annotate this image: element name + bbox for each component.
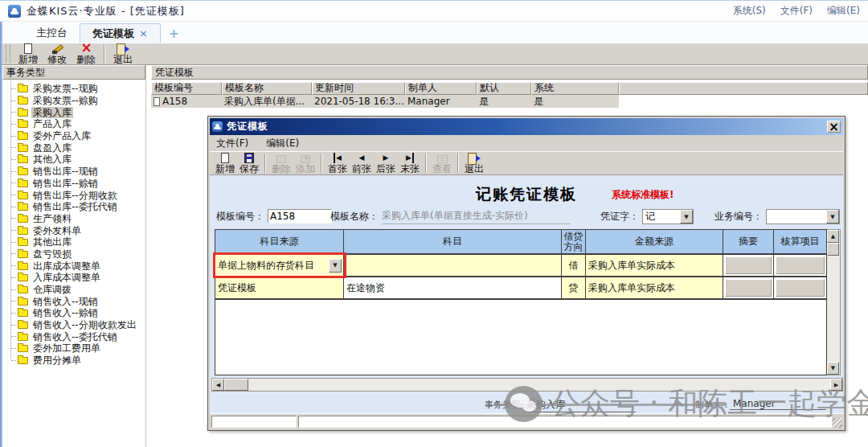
tree-item-label: 委外发料单 bbox=[31, 225, 83, 236]
tab-console[interactable]: 主控台 bbox=[24, 23, 80, 43]
tree-item[interactable]: 销售收入--分期收款发出 bbox=[2, 319, 145, 331]
tree-item[interactable]: 销售出库--赊销 bbox=[2, 178, 145, 190]
dlg-new-button[interactable]: 新增 bbox=[213, 152, 237, 174]
voucher-word-label: 凭证字： bbox=[600, 210, 639, 224]
tree-item[interactable]: 销售出库--分期收款 bbox=[2, 189, 145, 201]
exit-icon bbox=[117, 43, 129, 54]
folder-icon bbox=[18, 357, 28, 364]
save-icon bbox=[244, 153, 254, 163]
account-cell[interactable] bbox=[344, 255, 562, 276]
dialog-menu-file[interactable]: 文件(F) bbox=[213, 136, 252, 151]
template-no-input[interactable] bbox=[268, 209, 332, 224]
tree-item[interactable]: 销售出库--现销 bbox=[2, 166, 145, 178]
folder-icon bbox=[18, 322, 28, 329]
template-row[interactable]: A158采购入库单(单据...2021-05-18 16:3...Manager… bbox=[151, 95, 868, 108]
scroll-left-icon[interactable]: ◀ bbox=[212, 379, 224, 391]
toolbar-button-label: 退出 bbox=[465, 164, 484, 174]
scroll-right-icon[interactable]: ▶ bbox=[830, 379, 842, 391]
tree-item[interactable]: 产品入库 bbox=[2, 118, 145, 130]
menu-edit[interactable]: 编辑(E) bbox=[827, 4, 860, 18]
tree-item[interactable]: 费用分摊单 bbox=[2, 355, 145, 367]
grid-column-header: 核算项目 bbox=[774, 230, 826, 253]
grid-row: 单据上物料的存货科目借采购入库单实际成本 bbox=[215, 255, 826, 277]
dlg-last-button[interactable]: 末张 bbox=[398, 152, 422, 174]
horizontal-scroll-thumb[interactable] bbox=[224, 379, 248, 391]
tree-item[interactable]: 采购发票--现购 bbox=[2, 83, 145, 95]
tree-item[interactable]: 销售收入--现销 bbox=[2, 295, 145, 307]
vertical-scroll-thumb[interactable] bbox=[827, 243, 839, 256]
system-template-notice: 系统标准模板! bbox=[612, 188, 674, 202]
tree-item-label: 仓库调拨 bbox=[31, 284, 73, 295]
tree-item[interactable]: 仓库调拨 bbox=[2, 284, 145, 296]
column-header[interactable]: 模板名称 bbox=[222, 82, 312, 95]
grid-horizontal-scrollbar[interactable]: ◀ ▶ bbox=[211, 378, 843, 392]
tree-item[interactable]: 销售收入--赊销 bbox=[2, 307, 145, 319]
folder-icon bbox=[18, 97, 28, 105]
dialog-toolbar-buttons: 新增保存删除添加首张前张后张末张查看退出 bbox=[213, 152, 486, 174]
menu-system[interactable]: 系统(S) bbox=[733, 4, 766, 18]
scroll-up-icon[interactable]: ▲ bbox=[827, 230, 839, 243]
dropdown-arrow-icon[interactable] bbox=[680, 210, 693, 224]
scroll-down-icon[interactable]: ▼ bbox=[827, 362, 839, 375]
dlg-next-button[interactable]: 后张 bbox=[374, 152, 398, 174]
dropdown-arrow-icon[interactable] bbox=[826, 210, 839, 224]
dlg-exit-button[interactable]: 退出 bbox=[462, 152, 486, 174]
folder-icon bbox=[18, 203, 28, 211]
tree-item[interactable]: 入库成本调整单 bbox=[2, 272, 145, 284]
tab-label: 凭证模板 bbox=[92, 27, 134, 41]
resize-grip[interactable] bbox=[833, 418, 842, 428]
tree-item[interactable]: 其他出库 bbox=[2, 236, 145, 248]
column-header[interactable]: 默认 bbox=[477, 82, 531, 95]
exit-button[interactable]: 退出 bbox=[108, 43, 137, 64]
tree-item-label: 采购入库 bbox=[31, 107, 73, 118]
tree-item[interactable]: 生产领料 bbox=[2, 213, 145, 225]
account-source-cell[interactable]: 单据上物料的存货科目 bbox=[215, 255, 344, 276]
template-name-value: 采购入库单(单据直接生成-实际价) bbox=[382, 209, 571, 224]
tab-close-icon[interactable]: × bbox=[139, 30, 148, 38]
toolbar-button-label: 后张 bbox=[376, 164, 395, 174]
grid-vertical-scrollbar[interactable]: ▲ ▼ bbox=[827, 229, 841, 375]
tree-item[interactable]: 采购入库 bbox=[2, 106, 145, 118]
tree-item[interactable]: 出库成本调整单 bbox=[2, 260, 145, 272]
new-tab-icon[interactable] bbox=[169, 28, 179, 39]
folder-icon bbox=[18, 298, 28, 306]
dlg-prev-button[interactable]: 前张 bbox=[350, 152, 374, 174]
column-header[interactable]: 制单人 bbox=[405, 82, 477, 95]
cell-text: A158 bbox=[162, 96, 187, 107]
tree-item[interactable]: 委外加工费用单 bbox=[2, 342, 145, 355]
tree-item[interactable]: 采购发票--赊购 bbox=[2, 95, 145, 107]
folder-icon bbox=[18, 215, 28, 223]
row-add-icon bbox=[301, 155, 310, 163]
account-source-cell[interactable]: 凭证模板 bbox=[215, 277, 344, 298]
dlg-first-button[interactable]: 首张 bbox=[326, 152, 350, 174]
tree-item[interactable]: 销售收入--委托代销 bbox=[2, 330, 145, 342]
tree-item[interactable]: 销售出库--委托代销 bbox=[2, 201, 145, 213]
tree-item[interactable]: 委外发料单 bbox=[2, 224, 145, 236]
table-cell: 2021-05-18 16:3... bbox=[312, 95, 405, 108]
tree-item[interactable]: 盘亏毁损 bbox=[2, 248, 145, 260]
voucher-word-select[interactable]: 记 bbox=[642, 209, 694, 224]
toolbar-separator bbox=[457, 154, 459, 173]
column-header[interactable]: 系统 bbox=[531, 82, 619, 95]
modify-button[interactable]: 修改 bbox=[43, 43, 72, 64]
menu-file[interactable]: 文件(F) bbox=[780, 4, 813, 18]
dropdown-arrow-icon[interactable] bbox=[329, 259, 342, 273]
tree-item[interactable]: 其他入库 bbox=[2, 154, 145, 166]
column-header[interactable]: 更新时间 bbox=[312, 82, 405, 95]
dlg-save-button[interactable]: 保存 bbox=[237, 152, 261, 174]
nav-prev-icon bbox=[359, 153, 365, 163]
account-cell[interactable]: 在途物资 bbox=[344, 277, 562, 298]
business-no-select[interactable] bbox=[766, 209, 840, 224]
column-header[interactable]: 模板编号 bbox=[151, 82, 222, 95]
table-cell: 是 bbox=[531, 95, 619, 108]
new-button[interactable]: 新增 bbox=[14, 43, 43, 64]
tree-item[interactable]: 委外产品入库 bbox=[2, 130, 145, 142]
dialog-menu-edit[interactable]: 编辑(E) bbox=[263, 136, 302, 151]
dialog-menu: 文件(F)编辑(E) bbox=[210, 135, 843, 151]
tree-item[interactable]: 盘盈入库 bbox=[2, 141, 145, 154]
delete-button[interactable]: 删除 bbox=[72, 43, 100, 64]
new-doc-icon bbox=[221, 153, 229, 163]
folder-icon bbox=[18, 345, 28, 352]
tree-item-label: 销售收入--赊销 bbox=[31, 307, 100, 318]
dialog-close-button[interactable] bbox=[827, 121, 841, 133]
